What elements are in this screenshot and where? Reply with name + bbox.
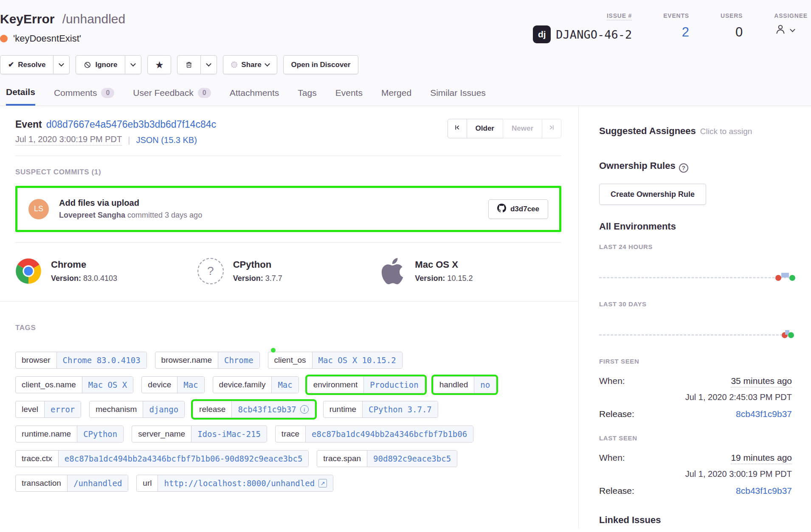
event-id-link[interactable]: d08d7667e4a5476eb3b3db6d7f14c84c bbox=[46, 119, 216, 130]
info-icon[interactable]: i bbox=[300, 405, 309, 414]
delete-button[interactable] bbox=[177, 55, 201, 74]
tag-value-link[interactable]: Mac OS X 10.15.2 bbox=[312, 352, 402, 368]
when-label: When: bbox=[599, 376, 625, 386]
skip-to-oldest-icon bbox=[454, 124, 460, 133]
tag-value-link[interactable]: Idos-iMac-215 bbox=[191, 426, 267, 442]
external-link-icon[interactable]: ↗ bbox=[318, 479, 327, 487]
tag-level: levelerror bbox=[15, 401, 81, 418]
context-runtime: ? CPython Version: 3.7.7 bbox=[197, 258, 380, 284]
tag-value-link[interactable]: 90d892c9eace3bc5 bbox=[367, 451, 457, 467]
open-in-discover-button[interactable]: Open in Discover bbox=[283, 55, 359, 74]
newest-event-button[interactable] bbox=[542, 119, 561, 138]
user-icon bbox=[774, 23, 787, 37]
chrome-icon bbox=[15, 258, 42, 284]
tag-url: urlhttp://localhost:8000/unhandled↗ bbox=[136, 475, 333, 492]
event-label: Event bbox=[15, 119, 42, 130]
ignore-dropdown-button[interactable] bbox=[125, 55, 141, 74]
tag-value-link[interactable]: Mac bbox=[177, 377, 204, 393]
tag-trace.ctx: trace.ctxe8c87ba1dc494bb2a4346bcfbf7b1b0… bbox=[15, 450, 309, 467]
tag-value-link[interactable]: Chrome bbox=[218, 352, 259, 368]
tag-value-link[interactable]: Mac OS X bbox=[82, 377, 133, 393]
users-label: USERS bbox=[721, 12, 743, 19]
tag-row: transaction/unhandledurlhttp://localhost… bbox=[15, 475, 561, 492]
tab-events[interactable]: Events bbox=[335, 87, 363, 106]
first-seen-relative: 35 minutes ago bbox=[731, 376, 792, 387]
help-icon[interactable]: ? bbox=[679, 163, 688, 173]
share-button[interactable]: Share bbox=[223, 55, 277, 74]
commit-sha-button[interactable]: d3d7cee bbox=[488, 199, 548, 219]
assignee-label: ASSIGNEE bbox=[774, 12, 808, 19]
tag-value-link[interactable]: django bbox=[143, 401, 184, 417]
tag-key: server_name bbox=[132, 426, 191, 442]
tab-label: Details bbox=[6, 87, 35, 97]
tab-tags[interactable]: Tags bbox=[298, 87, 316, 106]
skip-to-newest-icon bbox=[549, 124, 555, 133]
sparkline-axis bbox=[599, 334, 790, 336]
tag-client_os.name: client_os.nameMac OS X bbox=[15, 376, 133, 393]
tag-value-link[interactable]: CPython 3.7.7 bbox=[362, 401, 438, 417]
chevron-down-icon bbox=[790, 27, 795, 32]
first-seen-absolute: Jul 1, 2020 2:45:03 PM PDT bbox=[599, 392, 792, 402]
tag-value-link[interactable]: e8c87ba1dc494bb2a4346bcfbf7b1b06-90d892c… bbox=[58, 451, 309, 467]
newer-event-button[interactable]: Newer bbox=[503, 119, 542, 138]
oldest-event-button[interactable] bbox=[448, 119, 467, 138]
tag-value-link[interactable]: http://localhost:8000/unhandled↗ bbox=[158, 475, 333, 491]
trash-icon bbox=[185, 61, 193, 69]
ownership-rules-heading: Ownership Rules? bbox=[599, 160, 792, 173]
issue-tabs: DetailsComments0User Feedback0Attachment… bbox=[0, 87, 811, 106]
tag-row: runtime.nameCPythonserver_nameIdos-iMac-… bbox=[15, 426, 561, 442]
first-seen-release-link[interactable]: 8cb43f1c9b37 bbox=[736, 409, 792, 419]
context-os: Mac OS X Version: 10.15.2 bbox=[379, 258, 561, 284]
first-seen-label: FIRST SEEN bbox=[599, 358, 792, 365]
tag-key: browser bbox=[16, 352, 56, 368]
apple-icon bbox=[379, 258, 406, 284]
last-24-hours-sparkline bbox=[599, 250, 792, 289]
event-json-link[interactable]: JSON (15.3 KB) bbox=[136, 135, 197, 145]
tag-value-link[interactable]: Mac bbox=[271, 377, 298, 393]
create-ownership-rule-button[interactable]: Create Ownership Rule bbox=[599, 184, 706, 205]
events-count[interactable]: 2 bbox=[682, 25, 689, 40]
resolve-button[interactable]: ✔ Resolve bbox=[0, 55, 54, 74]
check-icon: ✔ bbox=[8, 60, 14, 69]
tag-value-link[interactable]: no bbox=[474, 377, 496, 393]
tab-user-feedback[interactable]: User Feedback0 bbox=[133, 87, 211, 106]
red-dot-marker bbox=[775, 275, 781, 281]
tab-attachments[interactable]: Attachments bbox=[230, 87, 279, 106]
tag-key: device bbox=[142, 377, 177, 393]
older-event-button[interactable]: Older bbox=[467, 119, 503, 138]
assignee-dropdown[interactable] bbox=[774, 23, 808, 37]
tag-mechanism: mechanismdjango bbox=[89, 401, 185, 418]
tag-value-link[interactable]: Production bbox=[363, 377, 424, 393]
tab-similar-issues[interactable]: Similar Issues bbox=[430, 87, 486, 106]
tab-details[interactable]: Details bbox=[6, 87, 35, 106]
tag-value-link[interactable]: Chrome 83.0.4103 bbox=[56, 352, 146, 368]
last-seen-release-link[interactable]: 8cb43f1c9b37 bbox=[736, 486, 792, 496]
commit-author: Lovepreet Sangha bbox=[59, 211, 125, 219]
tab-count-badge: 0 bbox=[101, 88, 114, 98]
tag-trace: tracee8c87ba1dc494bb2a4346bcfbf7b1b06 bbox=[275, 426, 473, 442]
tag-value-link[interactable]: error bbox=[44, 401, 81, 417]
tab-comments[interactable]: Comments0 bbox=[54, 87, 114, 106]
context-version: 10.15.2 bbox=[447, 274, 473, 283]
tag-value-link[interactable]: CPython bbox=[77, 426, 123, 442]
users-count[interactable]: 0 bbox=[735, 25, 743, 40]
tag-value-link[interactable]: /unhandled bbox=[67, 475, 128, 491]
tag-value-link[interactable]: 8cb43f1c9b37i bbox=[231, 401, 314, 417]
tag-value-link[interactable]: e8c87ba1dc494bb2a4346bcfbf7b1b06 bbox=[305, 426, 473, 442]
page-title: KeyError /unhandled bbox=[0, 12, 125, 26]
divider bbox=[15, 156, 561, 156]
issue-short-id[interactable]: DJANGO-46-2 bbox=[556, 28, 632, 41]
tab-label: User Feedback bbox=[133, 88, 193, 98]
github-icon bbox=[497, 204, 506, 215]
tag-row: trace.ctxe8c87ba1dc494bb2a4346bcfbf7b1b0… bbox=[15, 450, 561, 467]
tag-trace.span: trace.span90d892c9eace3bc5 bbox=[317, 450, 457, 467]
tag-key: device.family bbox=[213, 377, 272, 393]
green-dot-marker bbox=[789, 275, 795, 281]
resolve-dropdown-button[interactable] bbox=[53, 55, 70, 74]
tag-key: client_os.name bbox=[16, 377, 82, 393]
delete-dropdown-button[interactable] bbox=[200, 55, 217, 74]
tab-merged[interactable]: Merged bbox=[381, 87, 411, 106]
when-label: When: bbox=[599, 453, 625, 463]
bookmark-button[interactable]: ★ bbox=[147, 55, 171, 74]
ignore-button[interactable]: Ignore bbox=[76, 55, 125, 74]
